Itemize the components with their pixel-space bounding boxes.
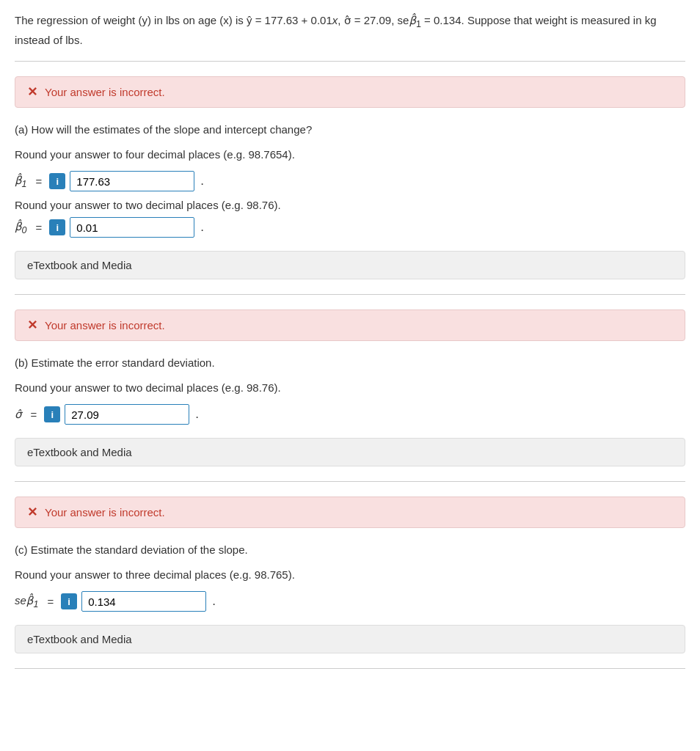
info-button-beta1[interactable]: i (49, 173, 65, 189)
input-sigma[interactable] (65, 404, 189, 425)
error-message-a: Your answer is incorrect. (45, 86, 165, 98)
error-icon-c: ✕ (27, 505, 37, 520)
input-row-beta1: β̂1 = i . (15, 171, 685, 191)
question-text-c2: Round your answer to three decimal place… (15, 566, 685, 584)
error-message-b: Your answer is incorrect. (45, 319, 165, 331)
section-b: ✕ Your answer is incorrect. (b) Estimate… (15, 309, 685, 482)
info-button-beta0[interactable]: i (49, 219, 65, 235)
info-button-se[interactable]: i (61, 593, 77, 609)
dot-4: . (212, 594, 216, 609)
etextbook-button-b[interactable]: eTextbook and Media (15, 438, 685, 466)
label-sigma: σ̂ (15, 408, 22, 421)
label-se: seβ̂1 (15, 594, 38, 609)
input-row-se: seβ̂1 = i . (15, 591, 685, 612)
label-beta1: β̂1 (15, 174, 27, 189)
question-text-a2: Round your answer to four decimal places… (15, 146, 685, 164)
dot-2: . (200, 220, 204, 235)
equals-4: = (47, 596, 54, 608)
equals-3: = (31, 409, 37, 421)
problem-statement: The regression of weight (y) in lbs on a… (15, 12, 685, 62)
input-beta0[interactable] (70, 217, 194, 238)
question-text-b1: (b) Estimate the error standard deviatio… (15, 354, 685, 372)
equals-2: = (36, 221, 43, 234)
input-beta1[interactable] (70, 171, 194, 191)
question-text-c1: (c) Estimate the standard deviation of t… (15, 541, 685, 559)
etextbook-button-c[interactable]: eTextbook and Media (15, 625, 685, 653)
round-note-a: Round your answer to two decimal places … (15, 199, 685, 211)
label-beta0: β̂0 (15, 220, 27, 235)
input-row-beta0: β̂0 = i . (15, 217, 685, 238)
error-icon-a: ✕ (27, 84, 37, 100)
question-text-b2: Round your answer to two decimal places … (15, 379, 685, 397)
dot-1: . (200, 174, 204, 188)
error-banner-b: ✕ Your answer is incorrect. (15, 309, 685, 341)
input-se[interactable] (81, 591, 206, 612)
section-c: ✕ Your answer is incorrect. (c) Estimate… (15, 497, 685, 669)
error-message-c: Your answer is incorrect. (45, 506, 165, 519)
info-button-sigma[interactable]: i (44, 406, 60, 422)
error-icon-b: ✕ (27, 318, 37, 333)
etextbook-button-a[interactable]: eTextbook and Media (15, 251, 685, 279)
section-a: ✕ Your answer is incorrect. (a) How will… (15, 76, 685, 295)
equals-1: = (36, 175, 43, 188)
error-banner-a: ✕ Your answer is incorrect. (15, 76, 685, 108)
dot-3: . (195, 407, 199, 422)
question-text-a1: (a) How will the estimates of the slope … (15, 121, 685, 139)
error-banner-c: ✕ Your answer is incorrect. (15, 497, 685, 528)
input-row-sigma: σ̂ = i . (15, 404, 685, 425)
